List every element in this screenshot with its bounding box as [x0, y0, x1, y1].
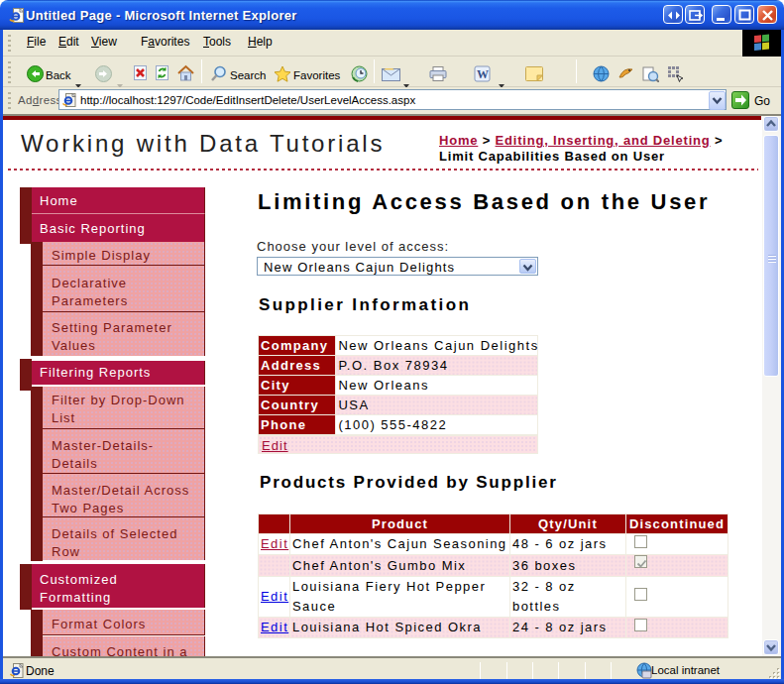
svg-text:W: W: [477, 67, 489, 81]
